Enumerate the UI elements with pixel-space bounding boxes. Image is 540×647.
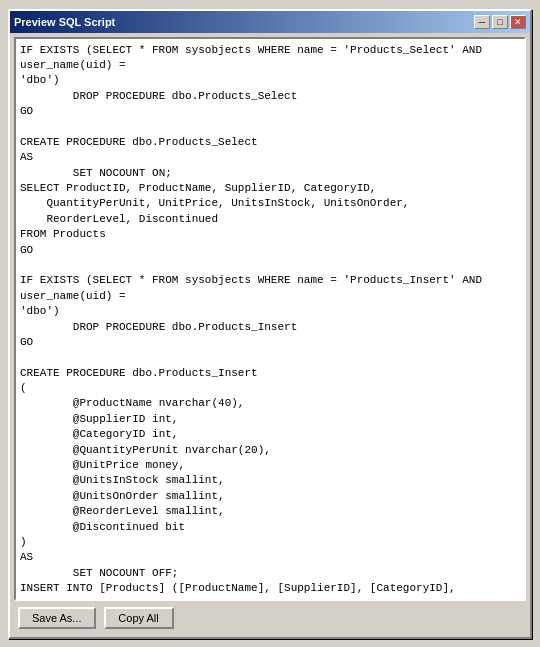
title-bar: Preview SQL Script ─ □ ✕ <box>10 11 530 33</box>
close-button[interactable]: ✕ <box>510 15 526 29</box>
save-as-button[interactable]: Save As... <box>18 607 96 629</box>
minimize-button[interactable]: ─ <box>474 15 490 29</box>
sql-preview-textarea[interactable] <box>16 39 524 599</box>
title-bar-buttons: ─ □ ✕ <box>474 15 526 29</box>
copy-all-button[interactable]: Copy All <box>104 607 174 629</box>
window-content: Save As... Copy All <box>10 33 530 637</box>
button-row: Save As... Copy All <box>14 605 526 633</box>
window-title: Preview SQL Script <box>14 16 115 28</box>
preview-sql-window: Preview SQL Script ─ □ ✕ Save As... Copy… <box>8 9 532 639</box>
maximize-button[interactable]: □ <box>492 15 508 29</box>
sql-preview-container <box>14 37 526 601</box>
